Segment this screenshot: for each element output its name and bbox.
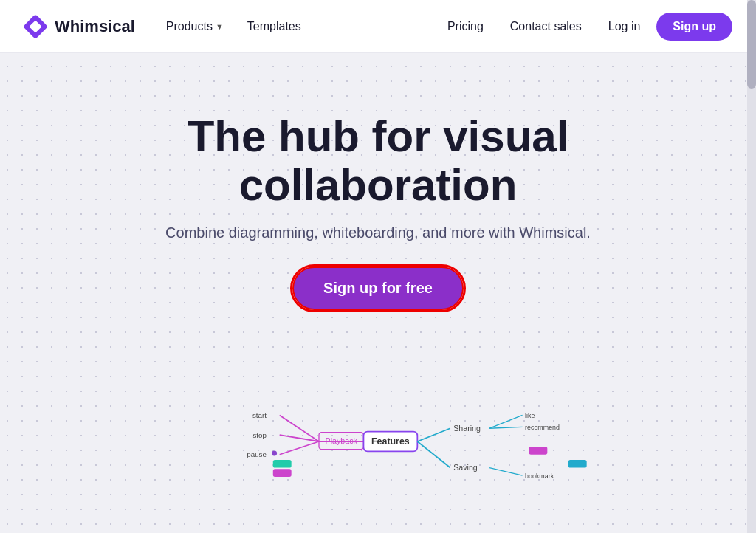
label-like: like	[525, 412, 535, 419]
nav-login[interactable]: Log in	[598, 14, 651, 39]
svg-line-15	[489, 468, 522, 476]
nav-contact-sales[interactable]: Contact sales	[500, 14, 592, 39]
svg-rect-8	[273, 469, 292, 477]
nav-templates[interactable]: Templates	[237, 14, 312, 39]
label-pause: pause	[247, 450, 267, 458]
node-features: Features	[371, 436, 410, 447]
logo-icon	[24, 15, 47, 38]
scrollbar-thumb[interactable]	[747, 0, 756, 89]
svg-rect-7	[273, 460, 292, 468]
label-start: start	[252, 411, 267, 419]
svg-rect-16	[529, 447, 547, 455]
hero-subtitle: Combine diagramming, whiteboarding, and …	[24, 224, 732, 241]
nav-signup-button[interactable]: Sign up	[656, 13, 732, 41]
svg-line-14	[417, 441, 450, 468]
svg-point-9	[272, 450, 277, 455]
label-stop: stop	[252, 431, 267, 439]
nav-pricing[interactable]: Pricing	[437, 14, 494, 39]
cta-signup-button[interactable]: Sign up for free	[294, 268, 462, 309]
svg-line-4	[280, 441, 319, 455]
svg-rect-17	[568, 460, 587, 468]
diagram-area: start stop pause Playback Features Shari…	[0, 382, 756, 530]
nav-products[interactable]: Products ▼	[156, 14, 234, 39]
hero-section: The hub for visual collaboration Combine…	[0, 53, 756, 338]
svg-line-13	[489, 427, 522, 428]
chevron-down-icon: ▼	[216, 22, 224, 31]
logo-link[interactable]: Whimsical	[24, 15, 135, 38]
node-playback: Playback	[326, 436, 358, 445]
nav-right-links: Pricing Contact sales Log in Sign up	[437, 13, 732, 41]
label-bookmark: bookmark	[525, 472, 554, 480]
hero-title: The hub for visual collaboration	[46, 112, 710, 210]
brand-name: Whimsical	[55, 17, 135, 36]
svg-line-11	[417, 428, 450, 441]
nav-left-links: Products ▼ Templates	[156, 14, 312, 39]
label-saving: Saving	[453, 463, 478, 472]
diagram-svg: start stop pause Playback Features Shari…	[149, 382, 607, 501]
label-sharing: Sharing	[453, 424, 481, 433]
svg-line-12	[489, 415, 522, 428]
navbar: Whimsical Products ▼ Templates Pricing C…	[0, 0, 756, 53]
label-recommend: recommend	[525, 424, 560, 431]
